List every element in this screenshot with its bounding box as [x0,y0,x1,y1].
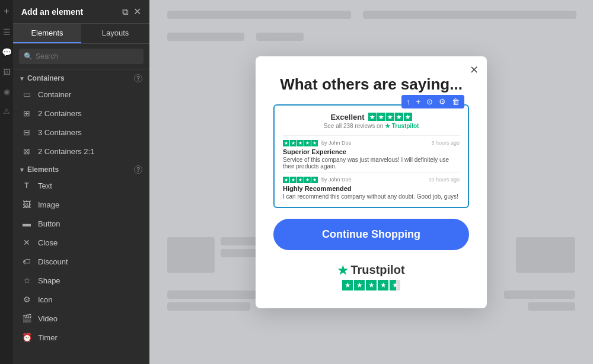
list-item-discount[interactable]: 🏷 Discount [13,252,149,271]
tp-review-1-text: Service of this company was just marvelo… [283,157,460,170]
list-item-button[interactable]: ▬ Button [13,214,149,233]
main-canvas: ✕ What others are saying... ↑ + ⊙ ⚙ 🗑 [149,0,593,364]
elements-section-header[interactable]: ▼ Elements ? [13,161,149,176]
shape-label: Shape [38,276,60,285]
modal-close-button[interactable]: ✕ [470,63,479,76]
card-tool-delete[interactable]: 🗑 [449,96,462,107]
modal-overlay: ✕ What others are saying... ↑ + ⊙ ⚙ 🗑 [149,0,593,364]
modal-title: What others are saying... [273,75,469,94]
tp-footer-star-1 [342,280,353,290]
tab-bar: Elements Layouts [13,24,149,44]
tp-star-1 [368,113,377,121]
containers-label: Containers [27,74,65,82]
tp-footer-star-4 [378,280,388,290]
3containers-icon: ⊟ [21,127,32,138]
containers-help-icon[interactable]: ? [134,74,142,82]
r2-star-5 [311,177,318,183]
tp-brand-small: ★ [385,123,392,129]
close-label: Close [38,238,58,247]
tp-footer-brand: Trustpilot [350,263,404,277]
nav-icon-menu[interactable]: ☰ [3,27,11,37]
tp-review-1: by John Doe 3 hours ago Superior Experie… [283,135,460,170]
nav-icon-chat[interactable]: 💬 [2,47,12,57]
list-item-close[interactable]: ✕ Close [13,233,149,252]
search-input[interactable] [19,49,144,64]
image-label: Image [38,200,59,209]
sidebar: Add an element ⧉ ✕ Elements Layouts 🔍 ▼ … [13,0,149,364]
tab-elements[interactable]: Elements [13,24,81,43]
nav-icon-alert[interactable]: ⚠ [3,107,10,116]
r1-star-2 [290,140,296,146]
tp-header-stars [368,113,412,121]
2containers21-icon: ⊠ [21,146,32,157]
3containers-label: 3 Containers [38,128,82,137]
list-item-image[interactable]: 🖼 Image [13,195,149,214]
r1-star-4 [304,140,311,146]
elements-help-icon[interactable]: ? [134,165,142,174]
2containers-icon: ⊞ [21,108,32,119]
tp-review-1-stars [283,140,318,146]
close-icon[interactable]: ✕ [133,6,141,17]
list-item-shape[interactable]: ☆ Shape [13,271,149,290]
tp-footer-star-2 [354,280,365,290]
discount-icon: 🏷 [21,256,32,267]
tp-time-2: 10 hours ago [428,177,460,183]
tp-footer-star-3 [366,280,377,290]
list-item-text[interactable]: T Text [13,176,149,195]
close-element-icon: ✕ [21,237,32,248]
video-label: Video [38,314,58,323]
container-icon: ▭ [21,89,32,100]
expand-icon[interactable]: ⧉ [122,7,129,17]
button-label: Button [38,219,60,228]
list-item-2containers21[interactable]: ⊠ 2 Containers 2:1 [13,142,149,161]
sidebar-title: Add an element [21,7,83,17]
icon-element-icon: ⚙ [21,294,32,305]
r2-star-3 [297,177,304,183]
tp-footer-star-icon: ★ [337,263,348,277]
continue-shopping-button[interactable]: Continue Shopping [273,219,469,250]
card-tool-up[interactable]: ↑ [404,96,413,107]
tp-reviewer-1: by John Doe [321,140,352,146]
card-tool-add[interactable]: + [413,96,423,107]
list-item-2containers[interactable]: ⊞ 2 Containers [13,104,149,123]
list-item-timer[interactable]: ⏰ Timer [13,328,149,347]
tp-review-2-stars [283,177,318,183]
nav-icon-add[interactable]: + [4,6,9,17]
tp-review-2-title: Highly Recommended [283,185,460,192]
trustpilot-card: ↑ + ⊙ ⚙ 🗑 Excellent [273,104,469,208]
search-wrap: 🔍 [13,44,149,69]
tp-star-5 [404,113,412,121]
timer-icon: ⏰ [21,332,32,343]
list-item-video[interactable]: 🎬 Video [13,309,149,328]
tp-review-1-title: Superior Experience [283,148,460,155]
tp-excellent-label: Excellent [330,113,364,122]
discount-label: Discount [38,257,68,266]
elements-caret: ▼ [19,167,25,173]
elements-label: Elements [27,165,59,174]
shape-icon: ☆ [21,275,32,286]
tp-footer: ★ Trustpilot [273,263,469,290]
icon-label: Icon [38,295,53,304]
list-item-icon[interactable]: ⚙ Icon [13,290,149,309]
tp-review-2: by John Doe 10 hours ago Highly Recommen… [283,172,460,200]
button-icon: ▬ [21,218,32,229]
card-tool-settings[interactable]: ⚙ [436,96,448,107]
containers-section-header[interactable]: ▼ Containers ? [13,69,149,85]
r2-star-2 [290,177,296,183]
container-label: Container [38,90,71,99]
tp-star-4 [395,113,403,121]
tp-review-count-text: See all 238 reviews on [324,123,384,129]
tp-reviewer-2: by John Doe [321,177,352,183]
tp-star-2 [377,113,385,121]
modal: ✕ What others are saying... ↑ + ⊙ ⚙ 🗑 [256,56,487,308]
nav-icon-circle[interactable]: ◉ [4,87,10,96]
nav-icon-image[interactable]: 🖼 [3,68,11,76]
tp-brand-name: Trustpilot [392,123,419,129]
card-tool-target[interactable]: ⊙ [424,96,435,107]
tp-time-1: 3 hours ago [431,140,460,146]
r1-star-1 [283,140,289,146]
list-item-3containers[interactable]: ⊟ 3 Containers [13,123,149,142]
tab-layouts[interactable]: Layouts [81,24,149,43]
list-item-container[interactable]: ▭ Container [13,85,149,104]
2containers21-label: 2 Containers 2:1 [38,147,94,156]
